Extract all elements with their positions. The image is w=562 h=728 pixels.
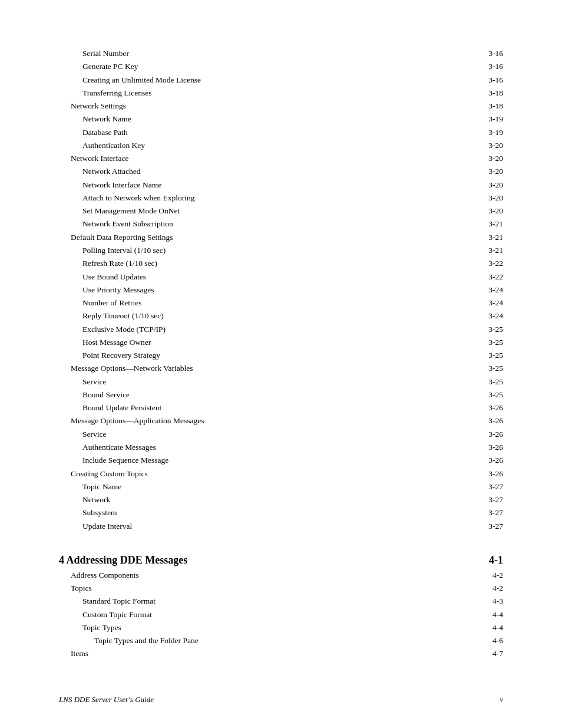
footer-title: LNS DDE Server User's Guide — [59, 695, 154, 704]
toc-entry: Network Name3-19 — [59, 113, 503, 126]
toc-entry-title: Network Interface — [59, 152, 468, 165]
toc-entry-title: Standard Topic Format — [59, 595, 468, 608]
toc-entry: Creating Custom Topics3-26 — [59, 467, 503, 480]
toc-entry-title: Polling Interval (1/10 sec) — [59, 244, 468, 257]
toc-entry-page: 4-3 — [468, 595, 503, 608]
toc-entry: Authenticate Messages3-26 — [59, 441, 503, 454]
toc-entry: Network Settings3-18 — [59, 100, 503, 113]
toc-entry: Network Interface Name3-20 — [59, 179, 503, 192]
footer-page: v — [500, 695, 503, 704]
toc-entry-page: 3-24 — [468, 297, 503, 309]
toc-entry-title: Number of Retries — [59, 297, 468, 309]
toc-entry-page: 4-2 — [468, 582, 503, 595]
toc-entry: Reply Timeout (1/10 sec)3-24 — [59, 309, 503, 322]
toc-entry-page: 3-26 — [468, 454, 503, 467]
toc-entry: Generate PC Key3-16 — [59, 60, 503, 73]
toc-entry-title: Network Interface Name — [59, 179, 468, 192]
toc-entry-title: Service — [59, 375, 468, 388]
toc-entry: Database Path3-19 — [59, 126, 503, 139]
toc-entry: Subsystem3-27 — [59, 506, 503, 519]
toc-entry-page: 3-25 — [468, 336, 503, 349]
toc-entry-page: 3-21 — [468, 244, 503, 257]
toc-entry-title: Creating an Unlimited Mode License — [59, 74, 468, 87]
toc-entry-title: Items — [59, 647, 468, 660]
toc-entry-title: Host Message Owner — [59, 336, 468, 349]
chapter-entry: 4 Addressing DDE Messages4-1 — [59, 554, 503, 566]
toc-entry-title: Authenticate Messages — [59, 441, 468, 454]
toc-entry-page: 3-26 — [468, 467, 503, 480]
toc-entry-page: 3-25 — [468, 388, 503, 401]
toc-entry-page: 4-4 — [468, 621, 503, 634]
toc-entry: Service3-25 — [59, 375, 503, 388]
toc-entry-page: 3-19 — [468, 113, 503, 126]
toc-entry: Set Management Mode OnNet3-20 — [59, 205, 503, 218]
toc-entry: Network Attached3-20 — [59, 165, 503, 178]
toc-entry: Update Interval3-27 — [59, 520, 503, 533]
toc-entry-page: 3-25 — [468, 349, 503, 362]
toc-entry-page: 3-26 — [468, 428, 503, 441]
toc-entry: Address Components4-2 — [59, 569, 503, 582]
toc-entry-title: Refresh Rate (1/10 sec) — [59, 257, 468, 270]
toc-entry-page: 4-2 — [468, 569, 503, 582]
toc-entry-page: 3-21 — [468, 231, 503, 244]
toc-entry-title: Topic Name — [59, 480, 468, 493]
toc-entry-page: 3-16 — [468, 47, 503, 60]
toc-entry-title: Network — [59, 493, 468, 506]
toc-entry-page: 3-24 — [468, 284, 503, 297]
toc-entry-page: 3-20 — [468, 139, 503, 152]
toc-entry: Topics4-2 — [59, 582, 503, 595]
footer: LNS DDE Server User's Guide v — [59, 695, 503, 704]
toc-entry-title: Include Sequence Message — [59, 454, 468, 467]
toc-entry-page: 3-26 — [468, 401, 503, 414]
toc-entry-page: 3-19 — [468, 126, 503, 139]
toc-entry-page: 3-20 — [468, 205, 503, 218]
toc-entry-page: 3-18 — [468, 100, 503, 113]
toc-entry-title: Database Path — [59, 126, 468, 139]
toc-entry-page: 3-26 — [468, 414, 503, 427]
toc-entry-page: 3-20 — [468, 192, 503, 205]
toc-entry-title: Generate PC Key — [59, 60, 468, 73]
toc-entry: Topic Types and the Folder Pane4-6 — [59, 634, 503, 647]
toc-entry: Attach to Network when Exploring3-20 — [59, 192, 503, 205]
toc-entry: Use Bound Updates3-22 — [59, 271, 503, 284]
toc-entry-page: 4-4 — [468, 608, 503, 621]
toc-entry-page: 3-22 — [468, 257, 503, 270]
toc-entry: Host Message Owner3-25 — [59, 336, 503, 349]
toc-entry-title: Use Bound Updates — [59, 271, 468, 284]
toc-entry-page: 3-27 — [468, 493, 503, 506]
toc-entry: Number of Retries3-24 — [59, 297, 503, 309]
toc-entry: Network Event Subscription3-21 — [59, 218, 503, 230]
toc-entry-page: 3-20 — [468, 152, 503, 165]
toc-entry-title: Address Components — [59, 569, 468, 582]
toc-entry-page: 3-27 — [468, 480, 503, 493]
toc-entry: Topic Types4-4 — [59, 621, 503, 634]
toc-entry-title: Default Data Reporting Settings — [59, 231, 468, 244]
toc-entry-page: 3-25 — [468, 323, 503, 336]
toc-entry-title: Message Options—Network Variables — [59, 362, 468, 375]
toc-entry-page: 3-21 — [468, 218, 503, 230]
toc-entry-page: 3-24 — [468, 309, 503, 322]
toc-entry: Network3-27 — [59, 493, 503, 506]
toc-entry-title: Topic Types — [59, 621, 468, 634]
toc-entry: Standard Topic Format4-3 — [59, 595, 503, 608]
chapter-page: 4-1 — [468, 554, 503, 566]
toc-entry-title: Subsystem — [59, 506, 468, 519]
page: Serial Number3-16Generate PC Key3-16Crea… — [0, 0, 562, 728]
toc-entry-page: 3-22 — [468, 271, 503, 284]
toc-entry-title: Custom Topic Format — [59, 608, 468, 621]
toc-entry-page: 4-7 — [468, 647, 503, 660]
toc-entry-title: Topics — [59, 582, 468, 595]
toc-entry: Creating an Unlimited Mode License3-16 — [59, 74, 503, 87]
toc-entry-title: Creating Custom Topics — [59, 467, 468, 480]
toc-entry: Transferring Licenses3-18 — [59, 87, 503, 100]
toc-entry: Custom Topic Format4-4 — [59, 608, 503, 621]
toc-entry-title: Exclusive Mode (TCP/IP) — [59, 323, 468, 336]
toc-entry-title: Service — [59, 428, 468, 441]
toc-entry-title: Network Settings — [59, 100, 468, 113]
toc-entry: Network Interface3-20 — [59, 152, 503, 165]
toc-entry-title: Reply Timeout (1/10 sec) — [59, 309, 468, 322]
toc-entry-title: Set Management Mode OnNet — [59, 205, 468, 218]
toc-entry-title: Use Priority Messages — [59, 284, 468, 297]
toc-entry-title: Message Options—Application Messages — [59, 414, 468, 427]
toc-section: Serial Number3-16Generate PC Key3-16Crea… — [59, 47, 503, 533]
